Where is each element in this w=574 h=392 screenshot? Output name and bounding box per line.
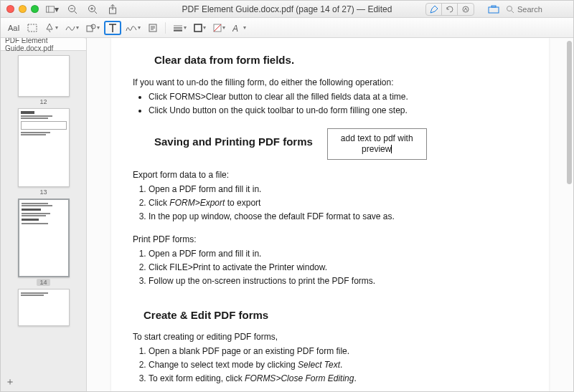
line-style-button[interactable]: ▾ [170, 21, 189, 35]
list-item: Open a PDF form and fill it in. [149, 247, 527, 260]
search-field[interactable] [506, 5, 568, 14]
instant-alpha-button[interactable]: ▾ [42, 21, 61, 35]
separator [165, 22, 166, 34]
search-icon [506, 5, 514, 14]
thumbnail[interactable] [18, 289, 70, 326]
document-viewport[interactable]: Clear data from form fields. If you want… [87, 38, 573, 391]
preview-window: ▾ PDF Element Guide.docx.pdf (page 14 of… [0, 0, 574, 392]
list-item: Change to select text mode by clicking S… [149, 358, 527, 371]
list-item: Click FILE>Print to activate the Printer… [149, 261, 527, 274]
svg-rect-29 [194, 24, 202, 32]
list-item: Open a blank PDF page or an existing PDF… [149, 345, 527, 358]
svg-rect-18 [87, 26, 93, 32]
vertical-scrollbar[interactable] [567, 41, 572, 388]
pdf-page: Clear data from form fields. If you want… [111, 38, 549, 391]
sign-button[interactable]: ▾ [123, 21, 144, 35]
search-input[interactable] [517, 5, 568, 14]
svg-rect-16 [28, 24, 37, 32]
svg-point-19 [91, 24, 95, 29]
list-item: Click Undo button on the quick toolbar t… [149, 104, 527, 117]
sketch-button[interactable]: ▾ [62, 21, 82, 35]
toolbox-icon[interactable] [487, 3, 500, 16]
font-button[interactable]: A▾ [230, 21, 249, 35]
zoom-in-button[interactable] [86, 3, 99, 16]
markup-toolbar: AaI ▾ ▾ ▾ ▾ ▾ ▾ ▾ A▾ [1, 18, 573, 38]
list-item: Open a PDF form and fill it in. [149, 183, 527, 196]
text-annotation-box[interactable]: add text to pdf with preview [327, 128, 427, 160]
svg-text:A: A [232, 24, 238, 32]
scrollbar-thumb[interactable] [567, 41, 572, 184]
share-button[interactable] [106, 3, 119, 16]
thumbnails-sidebar: PDF Element Guide.docx.pdf 12 13 14 [1, 38, 87, 391]
svg-line-15 [512, 11, 514, 13]
sidebar-toggle-button[interactable]: ▾ [46, 3, 59, 16]
list-item: To exit form editing, click FORMS>Close … [149, 372, 527, 385]
thumbnail[interactable]: 14 [18, 199, 70, 286]
window-controls [6, 5, 39, 13]
thumbnail-list: 12 13 14 [1, 51, 86, 391]
list-item: Follow up the on-screen instructions to … [149, 274, 527, 287]
selection-tool-button[interactable] [24, 21, 40, 35]
svg-point-14 [507, 6, 512, 11]
shapes-button[interactable]: ▾ [83, 21, 103, 35]
heading-clear: Clear data from form fields. [154, 52, 527, 69]
zoom-out-button[interactable] [66, 3, 79, 16]
text-style-button[interactable]: AaI [5, 21, 23, 35]
paragraph: Print PDF forms: [133, 233, 527, 246]
list-item: In the pop up window, choose the default… [149, 210, 527, 223]
content-area: PDF Element Guide.docx.pdf 12 13 14 [1, 38, 573, 391]
zoom-window-button[interactable] [31, 5, 39, 13]
svg-line-3 [75, 11, 77, 14]
thumbnail[interactable]: 12 [18, 55, 70, 105]
titlebar-right [425, 3, 568, 16]
add-page-button[interactable]: ＋ [5, 376, 15, 388]
paragraph: Export form data to a file: [133, 168, 527, 181]
paragraph: To start creating or editing PDF forms, [133, 330, 527, 343]
fill-color-button[interactable]: ▾ [210, 21, 228, 35]
heading-create: Create & Edit PDF forms [144, 307, 527, 324]
heading-saving: Saving and Printing PDF forms [154, 134, 313, 150]
close-window-button[interactable] [6, 5, 14, 13]
svg-line-17 [49, 30, 50, 32]
markup-toolbar-icon[interactable] [458, 4, 474, 15]
svg-rect-0 [46, 6, 54, 11]
list-item: Click FORMS>Clear button to clear all th… [149, 90, 527, 103]
highlight-icon[interactable] [426, 4, 442, 15]
minimize-window-button[interactable] [19, 5, 27, 13]
svg-rect-13 [491, 6, 496, 7]
svg-line-6 [95, 11, 98, 14]
sidebar-tab[interactable]: PDF Element Guide.docx.pdf [1, 38, 86, 51]
list-item: Click FORM>Export to export [149, 196, 527, 209]
rotate-icon[interactable] [442, 4, 458, 15]
thumbnail[interactable]: 13 [18, 108, 70, 196]
border-color-button[interactable]: ▾ [191, 21, 209, 35]
text-tool-button[interactable] [104, 21, 121, 35]
markup-segmented-control[interactable] [425, 3, 474, 16]
note-button[interactable] [145, 21, 161, 35]
titlebar: ▾ PDF Element Guide.docx.pdf (page 14 of… [1, 1, 573, 18]
svg-rect-12 [489, 7, 499, 13]
paragraph: If you want to un-do the filling form, d… [133, 76, 527, 89]
text-caret [391, 145, 392, 153]
